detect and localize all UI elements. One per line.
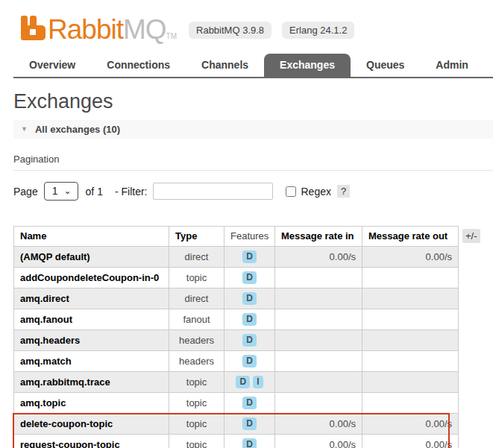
message-rate-in: 0.00/s [275,413,362,434]
page-select-value: 1 [52,185,58,197]
internal-badge: I [253,376,263,388]
durable-badge: D [242,417,257,430]
message-rate-in [275,288,362,309]
durable-badge: D [236,376,250,388]
page-count-label: of 1 [86,186,103,198]
durable-badge: D [242,313,257,326]
table-row: amq.topic topic D [14,392,459,413]
exchange-features: DI [224,371,275,392]
exchange-type: direct [169,246,224,267]
exchange-features: D [224,434,275,448]
exchange-type: topic [169,392,224,413]
tab-overview[interactable]: Overview [13,54,91,77]
message-rate-in [275,350,362,371]
exchange-name-link[interactable]: (AMQP default) [14,246,169,267]
tab-queues[interactable]: Queues [351,54,420,77]
regex-label: Regex [301,186,330,198]
durable-badge: D [242,334,257,347]
exchange-features: D [224,329,275,350]
durable-badge: D [242,397,257,409]
message-rate-in [275,371,362,392]
exchange-type: direct [169,288,224,309]
table-row: delete-coupon-topic topic D 0.00/s 0.00/… [14,413,459,434]
exchange-features: D [224,350,275,371]
exchange-name-link[interactable]: amq.fanout [14,309,169,329]
message-rate-out [362,350,459,371]
durable-badge: D [242,355,257,367]
message-rate-out [362,371,459,392]
message-rate-out: 0.00/s [362,434,459,448]
tab-exchanges[interactable]: Exchanges [264,54,351,77]
durable-badge: D [242,250,257,263]
table-row: amq.headers headers D [14,329,459,350]
exchange-name-link[interactable]: amq.headers [14,329,169,350]
page-label: Page [13,186,38,198]
exchange-name-link[interactable]: request-coupon-topic [14,434,169,448]
table-row: (AMQP default) direct D 0.00/s 0.00/s [14,246,459,267]
exchange-name-link[interactable]: amq.topic [14,392,169,413]
table-row: request-coupon-topic topic D 0.00/s 0.00… [14,434,459,448]
tab-admin[interactable]: Admin [420,54,484,77]
tab-connections[interactable]: Connections [91,54,186,77]
exchange-type: headers [169,350,224,371]
exchange-name-link[interactable]: delete-coupon-topic [14,413,169,434]
message-rate-out [362,288,459,309]
table-header-row: Name Type Features Message rate in Messa… [14,226,459,246]
pagination-controls: Page 1 ⌄ of 1 - Filter: Regex ? [13,182,493,201]
pagination-section-label: Pagination [13,154,493,171]
rabbitmq-version-badge: RabbitMQ 3.9.8 [189,22,271,39]
chevron-down-icon: ⌄ [64,189,72,194]
table-row: amq.direct direct D [14,288,459,309]
exchange-type: topic [169,371,224,392]
durable-badge: D [242,292,257,305]
regex-checkbox[interactable] [286,186,296,197]
exchange-name-link[interactable]: amq.rabbitmq.trace [14,371,169,392]
message-rate-out [362,392,459,413]
filter-input[interactable] [153,183,273,200]
filter-label: - Filter: [115,186,148,198]
table-row: addCoupondeleteCoupon-in-0 topic D [14,267,459,288]
message-rate-in [275,267,362,288]
table-row: amq.rabbitmq.trace topic DI [14,371,459,392]
message-rate-out: 0.00/s [362,413,459,434]
page-select[interactable]: 1 ⌄ [44,182,78,201]
help-button[interactable]: ? [337,185,350,198]
message-rate-in [275,309,362,329]
durable-badge: D [242,271,257,284]
page-title: Exchanges [13,91,493,113]
erlang-version-badge: Erlang 24.1.2 [282,22,354,39]
table-row: amq.fanout fanout D [14,309,459,329]
exchange-features: D [224,288,275,309]
all-exchanges-section-header[interactable]: ▼ All exchanges (10) [13,120,493,139]
exchange-features: D [224,392,275,413]
exchanges-table-wrap: Name Type Features Message rate in Messa… [13,226,458,448]
exchange-type: fanout [169,309,224,329]
exchange-type: topic [169,413,224,434]
exchange-features: D [224,267,275,288]
column-visibility-toggle-button[interactable]: +/- [462,229,480,243]
rabbitmq-logo[interactable]: RabbitMQTM [21,16,177,43]
exchange-name-link[interactable]: amq.direct [14,288,169,309]
message-rate-in: 0.00/s [275,246,362,267]
column-header-name[interactable]: Name [14,226,169,246]
exchange-type: topic [169,434,224,448]
exchange-name-link[interactable]: addCoupondeleteCoupon-in-0 [14,267,169,288]
exchange-features: D [224,413,275,434]
main-nav-tabs: Overview Connections Channels Exchanges … [13,54,493,78]
exchange-type: headers [169,329,224,350]
message-rate-out [362,309,459,329]
exchange-name-link[interactable]: amq.match [14,350,169,371]
durable-badge: D [242,438,257,448]
column-header-rate-out[interactable]: Message rate out [362,226,459,246]
collapse-triangle-icon[interactable]: ▼ [21,125,28,133]
exchanges-table: Name Type Features Message rate in Messa… [13,226,459,448]
table-row: amq.match headers D [14,350,459,371]
message-rate-in [275,329,362,350]
exchange-features: D [224,246,275,267]
column-header-rate-in[interactable]: Message rate in [275,226,362,246]
column-header-type[interactable]: Type [169,226,224,246]
message-rate-in: 0.00/s [275,434,362,448]
tab-channels[interactable]: Channels [186,54,264,77]
exchange-features: D [224,309,275,329]
message-rate-out [362,329,459,350]
